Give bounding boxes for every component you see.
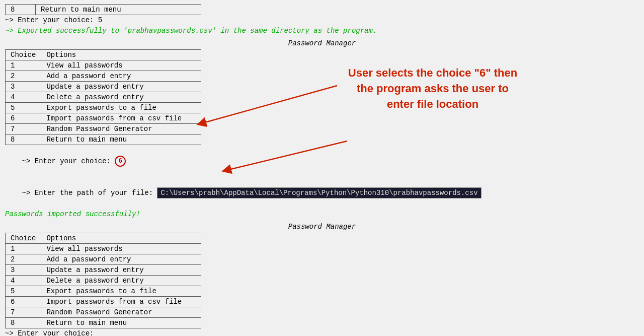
menu-num: 6 [6,113,41,124]
menu-label: Add a password entry [41,254,201,265]
menu-num: 2 [6,254,41,265]
menu-label: Add a password entry [41,71,201,82]
menu-label: Random Password Generator [41,307,201,318]
menu-num: 4 [6,276,41,286]
table-row: 8 [6,5,36,15]
table-row: 7Random Password Generator [6,307,201,318]
menu-table-1: Choice Options 1View all passwords2Add a… [5,49,201,145]
menu-num: 6 [6,297,41,307]
table-row: 5Export passwords to a file [6,103,201,113]
menu-label: Delete a password entry [41,276,201,286]
table-row: 7Random Password Generator [6,124,201,135]
table-row: 3Update a password entry [6,265,201,276]
menu-num: 5 [6,286,41,297]
top-partial-table: 8 Return to main menu [5,4,201,15]
col-header-choice-2: Choice [6,233,41,244]
menu-num: 2 [6,71,41,82]
terminal-area: 8 Return to main menu ~> Enter your choi… [0,0,644,336]
menu-num: 8 [6,135,41,145]
table-row: 8Return to main menu [6,318,201,328]
table-row: 6Import passwords from a csv file [6,297,201,307]
table-row: 2Add a password entry [6,254,201,265]
menu-label: Random Password Generator [41,124,201,135]
import-success-msg: Passwords imported successfully! [5,209,639,220]
menu-label: Update a password entry [41,265,201,276]
table-row: 3Update a password entry [6,82,201,92]
table-row: 4Delete a password entry [6,276,201,286]
prompt-line-2: ~> Enter your choice: 6 [5,145,639,177]
menu-label: Return to main menu [41,135,201,145]
menu-label: Update a password entry [41,82,201,92]
choice-circle: 6 [115,156,126,167]
menu-label: Export passwords to a file [41,103,201,113]
table-row: 1View all passwords [6,244,201,254]
menu-label: Import passwords from a csv file [41,297,201,307]
menu-num: 3 [6,82,41,92]
menu-num: 4 [6,92,41,103]
menu-title-2: Password Manager [5,223,639,231]
prompt-prefix: ~> Enter your choice: [22,157,115,165]
menu-num: 1 [6,244,41,254]
prompt-line-1: ~> Enter your choice: 5 [5,15,639,26]
table-row: 4Delete a password entry [6,92,201,103]
menu-label: View all passwords [41,60,201,71]
file-path-line: ~> Enter the path of your file: C:\Users… [5,177,639,209]
table-row: Return to main menu [36,5,201,15]
menu-num: 3 [6,265,41,276]
final-prompt-line: ~> Enter your choice: [5,328,639,336]
table-row: 1View all passwords [6,60,201,71]
table-row: 6Import passwords from a csv file [6,113,201,124]
col-header-options-2: Options [41,233,201,244]
path-prompt: ~> Enter the path of your file: [22,189,157,197]
menu-label: Import passwords from a csv file [41,113,201,124]
export-success-msg: ~> Exported successfully to 'prabhavpass… [5,26,639,36]
menu-label: Delete a password entry [41,92,201,103]
annotation-callout: User selects the choice "6" then the pro… [342,65,523,112]
menu-label: Return to main menu [41,318,201,328]
table-row: 8Return to main menu [6,135,201,145]
menu-num: 7 [6,307,41,318]
menu-title-1: Password Manager [5,39,639,47]
menu-label: View all passwords [41,244,201,254]
table-row: 2Add a password entry [6,71,201,82]
menu-label: Export passwords to a file [41,286,201,297]
menu-table-2: Choice Options 1View all passwords2Add a… [5,233,201,328]
table-row: 5Export passwords to a file [6,286,201,297]
col-header-choice: Choice [6,50,41,60]
col-header-options: Options [41,50,201,60]
menu-num: 8 [6,318,41,328]
menu-num: 7 [6,124,41,135]
file-path-value: C:\Users\prabh\AppData\Local\Programs\Py… [157,187,481,198]
menu-num: 5 [6,103,41,113]
menu-num: 1 [6,60,41,71]
